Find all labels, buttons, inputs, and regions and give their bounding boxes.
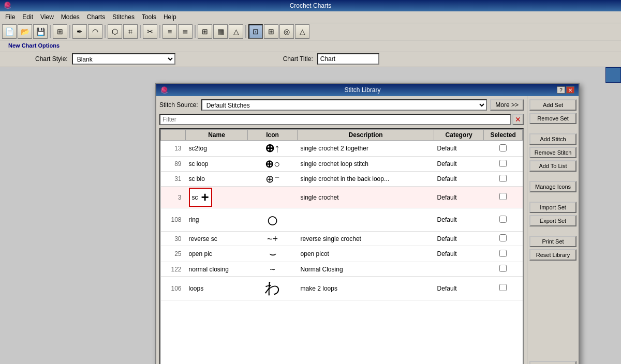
stitch-source-select[interactable]: Default Stitches Custom Stitches (201, 99, 487, 111)
stitch-name-cell[interactable]: normal closing (186, 262, 248, 277)
stitch-checkbox[interactable] (499, 216, 507, 223)
stitch-icon-cell: ⊕○ (248, 157, 298, 172)
select-btn[interactable]: ⬡ (108, 24, 122, 39)
dialog-body: Stitch Source: Default Stitches Custom S… (156, 96, 579, 364)
stitch-name-cell[interactable]: sc loop (186, 157, 248, 172)
sidebar-spacer3 (529, 194, 576, 200)
close-btn[interactable]: Close (529, 361, 576, 364)
stitch-id: 3 (161, 187, 186, 208)
add-set-btn[interactable]: Add Set (529, 99, 576, 111)
chart-title-input[interactable] (317, 53, 379, 65)
table-row: 31 sc blo ⊕⁻ single crochet in the back … (161, 172, 523, 187)
menu-tools[interactable]: Tools (139, 12, 159, 22)
stitch-table-container: Name Icon Description Category Selected … (159, 128, 524, 364)
dialog-title-controls: ? ✕ (557, 86, 574, 94)
view2-btn[interactable]: ⊞ (264, 24, 278, 39)
pen-btn[interactable]: ✒ (72, 24, 87, 39)
table-row: 122 normal closing ~ Normal Closing (161, 262, 523, 277)
menu-help[interactable]: Help (160, 12, 180, 22)
stitch-category: Default (434, 141, 484, 157)
stitch-icon: ~+ (267, 234, 278, 244)
save-btn[interactable]: 💾 (33, 24, 48, 39)
stitch-checkbox[interactable] (499, 175, 507, 182)
stitch-selected-cell[interactable] (484, 157, 523, 172)
filter-clear-btn[interactable]: ✕ (512, 114, 524, 125)
chart-style-select[interactable]: Blank Grid Custom (72, 53, 175, 65)
tri-btn[interactable]: △ (229, 24, 243, 39)
more-btn[interactable]: More >> (490, 99, 524, 111)
scissors-btn[interactable]: ✂ (143, 24, 157, 39)
stitch-desc: Normal Closing (298, 262, 434, 277)
close-title-btn[interactable]: ✕ (566, 86, 574, 94)
stitch-name-cell[interactable]: reverse sc (186, 232, 248, 246)
add-row-btn[interactable]: ⊞ (53, 24, 67, 39)
col-icon: Icon (248, 130, 298, 141)
stitch-name-cell[interactable]: open pic (186, 246, 248, 262)
menu-modes[interactable]: Modes (58, 12, 83, 22)
remove-stitch-btn[interactable]: Remove Stitch (529, 147, 576, 158)
triangle-btn[interactable]: △ (295, 24, 309, 39)
import-set-btn[interactable]: Import Set (529, 202, 576, 213)
stitch-selected-cell[interactable] (484, 172, 523, 187)
dialog-icon: 🧶 (160, 86, 168, 94)
stitch-checkbox[interactable] (499, 160, 507, 167)
stitch-selected-cell[interactable] (484, 187, 523, 208)
view1-btn[interactable]: ⊡ (248, 24, 263, 39)
stitch-selected-cell[interactable] (484, 208, 523, 232)
row-type2-btn[interactable]: ≣ (178, 24, 193, 39)
menu-file[interactable]: File (2, 12, 18, 22)
menu-charts[interactable]: Charts (84, 12, 108, 22)
stitch-name-cell[interactable]: loops (186, 277, 248, 300)
help-btn[interactable]: ? (557, 86, 565, 94)
app-icon: 🧶 (3, 2, 11, 10)
main-content: 🧶 Stitch Library ? ✕ Stitch Source: Defa… (0, 67, 621, 364)
open-btn[interactable]: 📂 (18, 24, 32, 39)
row-type1-btn[interactable]: ≡ (162, 24, 177, 39)
stitch-name-cell[interactable]: ring (186, 208, 248, 232)
sep2 (69, 25, 70, 38)
stitch-selected-cell[interactable] (484, 232, 523, 246)
arc-btn[interactable]: ◠ (88, 24, 102, 39)
reset-library-btn[interactable]: Reset Library (529, 249, 576, 261)
stitch-desc: reverse single crochet (298, 232, 434, 246)
dialog-main-area: Stitch Source: Default Stitches Custom S… (156, 96, 527, 364)
circle-btn[interactable]: ◎ (279, 24, 294, 39)
stitch-name-cell[interactable]: sc blo (186, 172, 248, 187)
sep7 (245, 25, 246, 38)
lasso-btn[interactable]: ⌗ (123, 24, 138, 39)
stitch-checkbox[interactable] (499, 265, 507, 272)
stitch-desc (298, 208, 434, 232)
menu-view[interactable]: View (37, 12, 57, 22)
remove-set-btn[interactable]: Remove Set (529, 113, 576, 124)
export-set-btn[interactable]: Export Set (529, 215, 576, 226)
stitch-selected-cell[interactable] (484, 246, 523, 262)
stitch-selected-cell[interactable] (484, 141, 523, 157)
new-btn[interactable]: 📄 (2, 24, 17, 39)
stitch-name-cell[interactable]: sc2tog (186, 141, 248, 157)
stitch-selected-cell[interactable] (484, 262, 523, 277)
sep5 (159, 25, 160, 38)
stitch-desc: single crochet 2 together (298, 141, 434, 157)
stitch-checkbox[interactable] (499, 250, 507, 257)
title-bar: 🧶 Crochet Charts (0, 0, 621, 11)
menu-edit[interactable]: Edit (19, 12, 36, 22)
table-row: 89 sc loop ⊕○ single crochet loop stitch… (161, 157, 523, 172)
add-stitch-btn[interactable]: Add Stitch (529, 133, 576, 145)
stitch-id: 89 (161, 157, 186, 172)
stitch-table: Name Icon Description Category Selected … (160, 129, 523, 300)
manage-icons-btn[interactable]: Manage Icons (529, 181, 576, 192)
stitch-checkbox[interactable] (499, 144, 507, 151)
filter-input[interactable] (159, 114, 511, 125)
grid2-btn[interactable]: ▦ (213, 24, 228, 39)
stitch-checkbox[interactable] (499, 193, 507, 200)
menu-stitches[interactable]: Stitches (109, 12, 138, 22)
add-to-list-btn[interactable]: Add To List (529, 160, 576, 172)
stitch-id: 106 (161, 277, 186, 300)
stitch-checkbox[interactable] (499, 284, 507, 291)
stitch-selected-cell[interactable] (484, 277, 523, 300)
print-set-btn[interactable]: Print Set (529, 236, 576, 247)
stitch-checkbox[interactable] (499, 234, 507, 241)
grid1-btn[interactable]: ⊞ (198, 24, 212, 39)
stitch-name-cell[interactable]: sc + (186, 187, 248, 208)
table-header-row: Name Icon Description Category Selected (161, 130, 523, 141)
